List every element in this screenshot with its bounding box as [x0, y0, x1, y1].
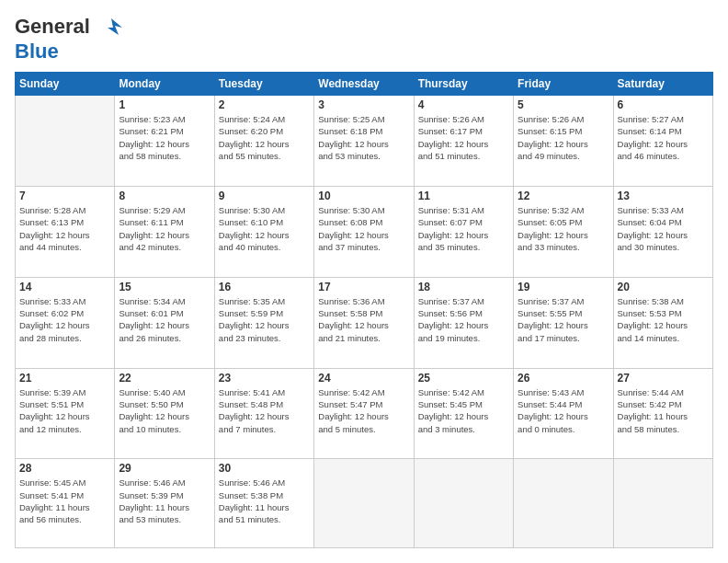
day-info: Sunrise: 5:27 AM Sunset: 6:14 PM Dayligh… [618, 113, 709, 162]
calendar-cell: 29Sunrise: 5:46 AM Sunset: 5:39 PM Dayli… [115, 459, 214, 548]
day-info: Sunrise: 5:30 AM Sunset: 6:08 PM Dayligh… [318, 204, 409, 253]
calendar-cell: 16Sunrise: 5:35 AM Sunset: 5:59 PM Dayli… [214, 277, 313, 368]
calendar-cell: 17Sunrise: 5:36 AM Sunset: 5:58 PM Dayli… [314, 277, 414, 368]
day-number: 6 [618, 98, 709, 111]
day-number: 3 [318, 98, 409, 111]
calendar-cell: 15Sunrise: 5:34 AM Sunset: 6:01 PM Dayli… [115, 277, 214, 368]
day-info: Sunrise: 5:42 AM Sunset: 5:45 PM Dayligh… [418, 386, 509, 435]
weekday-header-monday: Monday [115, 73, 214, 96]
day-number: 13 [618, 190, 709, 202]
day-info: Sunrise: 5:40 AM Sunset: 5:50 PM Dayligh… [119, 386, 210, 435]
calendar-cell: 20Sunrise: 5:38 AM Sunset: 5:53 PM Dayli… [613, 277, 712, 368]
day-number: 24 [318, 372, 409, 385]
calendar-cell [414, 459, 513, 548]
day-info: Sunrise: 5:44 AM Sunset: 5:42 PM Dayligh… [618, 386, 709, 435]
day-number: 27 [618, 372, 709, 385]
calendar-cell: 14Sunrise: 5:33 AM Sunset: 6:02 PM Dayli… [16, 277, 115, 368]
day-info: Sunrise: 5:26 AM Sunset: 6:17 PM Dayligh… [418, 113, 509, 162]
day-info: Sunrise: 5:29 AM Sunset: 6:11 PM Dayligh… [119, 204, 210, 253]
day-info: Sunrise: 5:45 AM Sunset: 5:41 PM Dayligh… [19, 477, 110, 525]
day-number: 14 [19, 281, 110, 293]
calendar-cell: 10Sunrise: 5:30 AM Sunset: 6:08 PM Dayli… [314, 187, 414, 278]
calendar-cell: 23Sunrise: 5:41 AM Sunset: 5:48 PM Dayli… [214, 368, 313, 459]
calendar-cell: 2Sunrise: 5:24 AM Sunset: 6:20 PM Daylig… [214, 96, 313, 187]
day-info: Sunrise: 5:32 AM Sunset: 6:05 PM Dayligh… [518, 204, 609, 253]
day-number: 10 [318, 190, 409, 202]
calendar-cell [16, 96, 115, 187]
weekday-header-sunday: Sunday [16, 73, 115, 96]
calendar-cell: 24Sunrise: 5:42 AM Sunset: 5:47 PM Dayli… [314, 368, 414, 459]
day-info: Sunrise: 5:46 AM Sunset: 5:39 PM Dayligh… [119, 477, 210, 525]
day-info: Sunrise: 5:42 AM Sunset: 5:47 PM Dayligh… [318, 386, 409, 435]
day-number: 20 [618, 281, 709, 293]
day-number: 29 [119, 462, 210, 475]
calendar-cell: 9Sunrise: 5:30 AM Sunset: 6:10 PM Daylig… [214, 187, 313, 278]
calendar-table: SundayMondayTuesdayWednesdayThursdayFrid… [15, 72, 713, 548]
calendar-cell: 8Sunrise: 5:29 AM Sunset: 6:11 PM Daylig… [115, 187, 214, 278]
day-info: Sunrise: 5:25 AM Sunset: 6:18 PM Dayligh… [318, 113, 409, 162]
day-number: 2 [219, 98, 310, 111]
header: General Blue [15, 15, 713, 63]
logo-general: General [15, 15, 90, 38]
svg-marker-0 [108, 18, 122, 35]
calendar-cell: 13Sunrise: 5:33 AM Sunset: 6:04 PM Dayli… [613, 187, 712, 278]
calendar-cell: 22Sunrise: 5:40 AM Sunset: 5:50 PM Dayli… [115, 368, 214, 459]
logo-bird-icon [98, 15, 124, 40]
day-number: 22 [119, 372, 210, 385]
calendar-cell [514, 459, 613, 548]
calendar-cell: 3Sunrise: 5:25 AM Sunset: 6:18 PM Daylig… [314, 96, 414, 187]
day-info: Sunrise: 5:38 AM Sunset: 5:53 PM Dayligh… [618, 295, 709, 344]
weekday-header-friday: Friday [514, 73, 613, 96]
calendar-week-3: 14Sunrise: 5:33 AM Sunset: 6:02 PM Dayli… [16, 277, 713, 368]
calendar-cell: 28Sunrise: 5:45 AM Sunset: 5:41 PM Dayli… [16, 459, 115, 548]
day-info: Sunrise: 5:39 AM Sunset: 5:51 PM Dayligh… [19, 386, 110, 435]
weekday-header-tuesday: Tuesday [214, 73, 313, 96]
calendar-cell: 19Sunrise: 5:37 AM Sunset: 5:55 PM Dayli… [514, 277, 613, 368]
logo-blue: Blue [15, 40, 124, 63]
day-info: Sunrise: 5:23 AM Sunset: 6:21 PM Dayligh… [119, 113, 210, 162]
weekday-header-saturday: Saturday [613, 73, 712, 96]
day-info: Sunrise: 5:33 AM Sunset: 6:04 PM Dayligh… [618, 204, 709, 253]
day-info: Sunrise: 5:24 AM Sunset: 6:20 PM Dayligh… [219, 113, 310, 162]
calendar-cell: 25Sunrise: 5:42 AM Sunset: 5:45 PM Dayli… [414, 368, 513, 459]
day-info: Sunrise: 5:28 AM Sunset: 6:13 PM Dayligh… [19, 204, 110, 253]
day-number: 19 [518, 281, 609, 293]
day-number: 7 [19, 190, 110, 202]
logo: General Blue [15, 15, 124, 63]
day-number: 18 [418, 281, 509, 293]
day-info: Sunrise: 5:26 AM Sunset: 6:15 PM Dayligh… [518, 113, 609, 162]
calendar-week-5: 28Sunrise: 5:45 AM Sunset: 5:41 PM Dayli… [16, 459, 713, 548]
day-info: Sunrise: 5:37 AM Sunset: 5:55 PM Dayligh… [518, 295, 609, 344]
day-info: Sunrise: 5:33 AM Sunset: 6:02 PM Dayligh… [19, 295, 110, 344]
calendar-cell: 21Sunrise: 5:39 AM Sunset: 5:51 PM Dayli… [16, 368, 115, 459]
day-info: Sunrise: 5:46 AM Sunset: 5:38 PM Dayligh… [219, 477, 310, 525]
calendar-cell: 26Sunrise: 5:43 AM Sunset: 5:44 PM Dayli… [514, 368, 613, 459]
day-number: 1 [119, 98, 210, 111]
weekday-header-thursday: Thursday [414, 73, 513, 96]
calendar-cell [314, 459, 414, 548]
weekday-header-wednesday: Wednesday [314, 73, 414, 96]
day-number: 8 [119, 190, 210, 202]
day-info: Sunrise: 5:35 AM Sunset: 5:59 PM Dayligh… [219, 295, 310, 344]
calendar-week-4: 21Sunrise: 5:39 AM Sunset: 5:51 PM Dayli… [16, 368, 713, 459]
day-info: Sunrise: 5:31 AM Sunset: 6:07 PM Dayligh… [418, 204, 509, 253]
day-info: Sunrise: 5:36 AM Sunset: 5:58 PM Dayligh… [318, 295, 409, 344]
calendar-cell: 11Sunrise: 5:31 AM Sunset: 6:07 PM Dayli… [414, 187, 513, 278]
day-number: 15 [119, 281, 210, 293]
day-number: 11 [418, 190, 509, 202]
calendar-cell [613, 459, 712, 548]
calendar-cell: 30Sunrise: 5:46 AM Sunset: 5:38 PM Dayli… [214, 459, 313, 548]
calendar-week-1: 1Sunrise: 5:23 AM Sunset: 6:21 PM Daylig… [16, 96, 713, 187]
day-number: 26 [518, 372, 609, 385]
day-number: 23 [219, 372, 310, 385]
page: General Blue SundayMondayTuesdayWednesda… [0, 0, 728, 563]
day-number: 16 [219, 281, 310, 293]
day-number: 9 [219, 190, 310, 202]
day-number: 17 [318, 281, 409, 293]
day-number: 12 [518, 190, 609, 202]
day-number: 28 [19, 462, 110, 475]
day-info: Sunrise: 5:37 AM Sunset: 5:56 PM Dayligh… [418, 295, 509, 344]
day-info: Sunrise: 5:34 AM Sunset: 6:01 PM Dayligh… [119, 295, 210, 344]
day-info: Sunrise: 5:30 AM Sunset: 6:10 PM Dayligh… [219, 204, 310, 253]
calendar-cell: 6Sunrise: 5:27 AM Sunset: 6:14 PM Daylig… [613, 96, 712, 187]
